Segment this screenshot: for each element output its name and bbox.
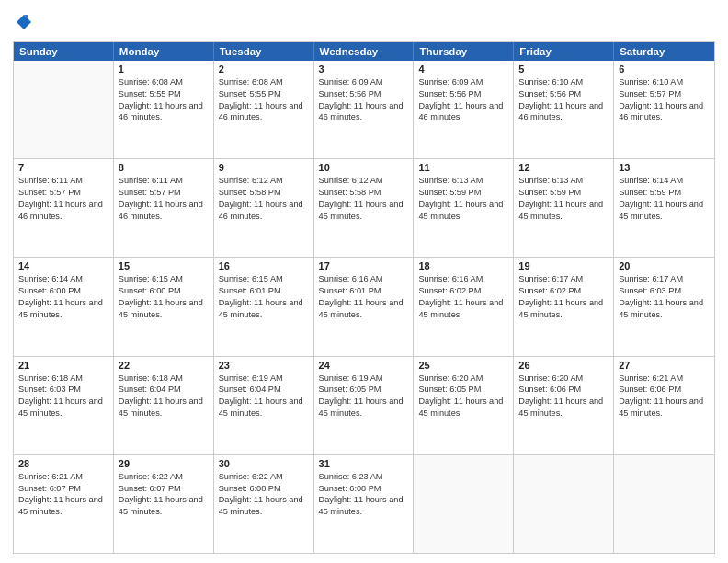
sun-info: Sunrise: 6:08 AMSunset: 5:55 PMDaylight:… [119, 76, 209, 124]
day-cell-5: 5Sunrise: 6:10 AMSunset: 5:56 PMDaylight… [514, 61, 614, 158]
sun-info: Sunrise: 6:09 AMSunset: 5:56 PMDaylight:… [319, 76, 409, 124]
day-cell-21: 21Sunrise: 6:18 AMSunset: 6:03 PMDayligh… [14, 357, 114, 454]
sun-info: Sunrise: 6:12 AMSunset: 5:58 PMDaylight:… [319, 175, 409, 223]
day-number: 14 [18, 260, 108, 271]
sun-info: Sunrise: 6:14 AMSunset: 6:00 PMDaylight:… [18, 273, 108, 321]
sun-info: Sunrise: 6:18 AMSunset: 6:03 PMDaylight:… [18, 373, 108, 420]
sun-info: Sunrise: 6:13 AMSunset: 5:59 PMDaylight:… [418, 175, 508, 223]
day-number: 28 [18, 458, 108, 469]
day-cell-4: 4Sunrise: 6:09 AMSunset: 5:56 PMDaylight… [414, 61, 514, 158]
day-number: 10 [319, 162, 409, 173]
calendar-row-2: 7Sunrise: 6:11 AMSunset: 5:57 PMDaylight… [14, 159, 714, 258]
day-cell-3: 3Sunrise: 6:09 AMSunset: 5:56 PMDaylight… [314, 61, 415, 158]
day-number: 5 [518, 63, 609, 75]
logo-icon [15, 13, 33, 31]
day-number: 6 [619, 63, 710, 75]
calendar-row-1: 1Sunrise: 6:08 AMSunset: 5:55 PMDaylight… [14, 61, 714, 159]
sun-info: Sunrise: 6:17 AMSunset: 6:03 PMDaylight:… [619, 273, 710, 321]
sun-info: Sunrise: 6:23 AMSunset: 6:08 PMDaylight:… [319, 471, 409, 519]
sun-info: Sunrise: 6:10 AMSunset: 5:56 PMDaylight:… [518, 76, 609, 124]
day-cell-27: 27Sunrise: 6:21 AMSunset: 6:06 PMDayligh… [614, 357, 714, 454]
day-number: 20 [619, 260, 710, 271]
page-header [13, 9, 715, 36]
sun-info: Sunrise: 6:21 AMSunset: 6:06 PMDaylight:… [619, 373, 710, 420]
day-of-week-thursday: Thursday [414, 42, 514, 61]
day-number: 12 [518, 162, 609, 173]
sun-info: Sunrise: 6:21 AMSunset: 6:07 PMDaylight:… [18, 471, 108, 519]
day-number: 13 [619, 162, 710, 173]
calendar-row-4: 21Sunrise: 6:18 AMSunset: 6:03 PMDayligh… [14, 357, 714, 455]
sun-info: Sunrise: 6:19 AMSunset: 6:05 PMDaylight:… [319, 373, 409, 420]
day-cell-28: 28Sunrise: 6:21 AMSunset: 6:07 PMDayligh… [14, 455, 114, 553]
sun-info: Sunrise: 6:15 AMSunset: 6:00 PMDaylight:… [119, 273, 209, 321]
day-cell-10: 10Sunrise: 6:12 AMSunset: 5:58 PMDayligh… [314, 159, 415, 257]
day-cell-17: 17Sunrise: 6:16 AMSunset: 6:01 PMDayligh… [314, 258, 415, 355]
sun-info: Sunrise: 6:22 AMSunset: 6:08 PMDaylight:… [219, 471, 309, 519]
day-number: 22 [119, 360, 209, 371]
day-cell-18: 18Sunrise: 6:16 AMSunset: 6:02 PMDayligh… [414, 258, 514, 355]
empty-cell [514, 455, 614, 553]
day-number: 9 [219, 162, 309, 173]
day-cell-22: 22Sunrise: 6:18 AMSunset: 6:04 PMDayligh… [114, 357, 214, 454]
sun-info: Sunrise: 6:09 AMSunset: 5:56 PMDaylight:… [418, 76, 508, 124]
day-number: 18 [418, 260, 508, 271]
sun-info: Sunrise: 6:08 AMSunset: 5:55 PMDaylight:… [219, 76, 309, 124]
calendar-row-3: 14Sunrise: 6:14 AMSunset: 6:00 PMDayligh… [14, 258, 714, 356]
day-cell-11: 11Sunrise: 6:13 AMSunset: 5:59 PMDayligh… [414, 159, 514, 257]
sun-info: Sunrise: 6:16 AMSunset: 6:01 PMDaylight:… [319, 273, 409, 321]
sun-info: Sunrise: 6:19 AMSunset: 6:04 PMDaylight:… [219, 373, 309, 420]
day-cell-2: 2Sunrise: 6:08 AMSunset: 5:55 PMDaylight… [214, 61, 314, 158]
empty-cell [414, 455, 514, 553]
sun-info: Sunrise: 6:17 AMSunset: 6:02 PMDaylight:… [518, 273, 609, 321]
day-cell-26: 26Sunrise: 6:20 AMSunset: 6:06 PMDayligh… [514, 357, 614, 454]
day-cell-13: 13Sunrise: 6:14 AMSunset: 5:59 PMDayligh… [614, 159, 714, 257]
day-number: 17 [319, 260, 409, 271]
day-number: 25 [418, 360, 508, 371]
day-of-week-saturday: Saturday [614, 42, 714, 61]
day-cell-9: 9Sunrise: 6:12 AMSunset: 5:58 PMDaylight… [214, 159, 314, 257]
day-cell-23: 23Sunrise: 6:19 AMSunset: 6:04 PMDayligh… [214, 357, 314, 454]
day-number: 29 [119, 458, 209, 469]
day-of-week-tuesday: Tuesday [214, 42, 314, 61]
sun-info: Sunrise: 6:10 AMSunset: 5:57 PMDaylight:… [619, 76, 710, 124]
day-number: 2 [219, 63, 309, 75]
sun-info: Sunrise: 6:13 AMSunset: 5:59 PMDaylight:… [518, 175, 609, 223]
day-cell-30: 30Sunrise: 6:22 AMSunset: 6:08 PMDayligh… [214, 455, 314, 553]
sun-info: Sunrise: 6:18 AMSunset: 6:04 PMDaylight:… [119, 373, 209, 420]
day-number: 11 [418, 162, 508, 173]
sun-info: Sunrise: 6:12 AMSunset: 5:58 PMDaylight:… [219, 175, 309, 223]
day-number: 4 [418, 63, 508, 75]
calendar-header: SundayMondayTuesdayWednesdayThursdayFrid… [14, 42, 714, 61]
calendar-row-5: 28Sunrise: 6:21 AMSunset: 6:07 PMDayligh… [14, 455, 714, 553]
sun-info: Sunrise: 6:16 AMSunset: 6:02 PMDaylight:… [418, 273, 508, 321]
day-number: 26 [518, 360, 609, 371]
day-number: 23 [219, 360, 309, 371]
sun-info: Sunrise: 6:15 AMSunset: 6:01 PMDaylight:… [219, 273, 309, 321]
day-cell-31: 31Sunrise: 6:23 AMSunset: 6:08 PMDayligh… [314, 455, 415, 553]
sun-info: Sunrise: 6:20 AMSunset: 6:05 PMDaylight:… [418, 373, 508, 420]
day-number: 7 [18, 162, 108, 173]
day-number: 21 [18, 360, 108, 371]
day-cell-20: 20Sunrise: 6:17 AMSunset: 6:03 PMDayligh… [614, 258, 714, 355]
sun-info: Sunrise: 6:11 AMSunset: 5:57 PMDaylight:… [18, 175, 108, 223]
day-cell-7: 7Sunrise: 6:11 AMSunset: 5:57 PMDaylight… [14, 159, 114, 257]
day-cell-24: 24Sunrise: 6:19 AMSunset: 6:05 PMDayligh… [314, 357, 415, 454]
day-number: 1 [119, 63, 209, 75]
calendar-page: SundayMondayTuesdayWednesdayThursdayFrid… [0, 0, 728, 563]
day-number: 15 [119, 260, 209, 271]
day-cell-14: 14Sunrise: 6:14 AMSunset: 6:00 PMDayligh… [14, 258, 114, 355]
day-of-week-wednesday: Wednesday [314, 42, 415, 61]
calendar-body: 1Sunrise: 6:08 AMSunset: 5:55 PMDaylight… [14, 61, 714, 553]
day-cell-25: 25Sunrise: 6:20 AMSunset: 6:05 PMDayligh… [414, 357, 514, 454]
day-of-week-monday: Monday [114, 42, 214, 61]
day-cell-1: 1Sunrise: 6:08 AMSunset: 5:55 PMDaylight… [114, 61, 214, 158]
empty-cell [14, 61, 114, 158]
logo [13, 13, 33, 36]
day-cell-15: 15Sunrise: 6:15 AMSunset: 6:00 PMDayligh… [114, 258, 214, 355]
sun-info: Sunrise: 6:11 AMSunset: 5:57 PMDaylight:… [119, 175, 209, 223]
calendar: SundayMondayTuesdayWednesdayThursdayFrid… [13, 41, 715, 554]
day-number: 31 [319, 458, 409, 469]
day-cell-12: 12Sunrise: 6:13 AMSunset: 5:59 PMDayligh… [514, 159, 614, 257]
day-cell-29: 29Sunrise: 6:22 AMSunset: 6:07 PMDayligh… [114, 455, 214, 553]
sun-info: Sunrise: 6:14 AMSunset: 5:59 PMDaylight:… [619, 175, 710, 223]
